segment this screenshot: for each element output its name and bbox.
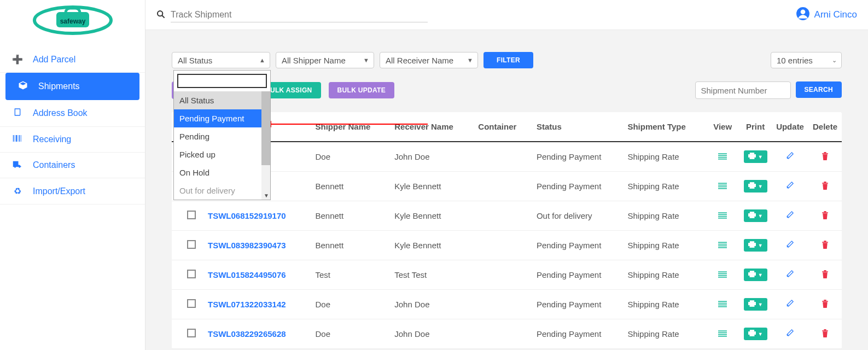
shipment-number-link[interactable]: TSWL038229265628 bbox=[203, 319, 311, 349]
edit-icon[interactable] bbox=[786, 152, 794, 161]
select-value: 10 entries bbox=[777, 56, 813, 65]
user-menu[interactable]: Arni Cinco bbox=[796, 7, 857, 24]
caret-down-icon: ▼ bbox=[467, 57, 473, 63]
row-checkbox[interactable] bbox=[187, 240, 196, 249]
row-checkbox[interactable] bbox=[187, 211, 196, 219]
col-type[interactable]: Shipment Type bbox=[623, 112, 706, 142]
print-button[interactable]: ▼ bbox=[744, 239, 767, 252]
status-select[interactable]: All Status ▲ bbox=[172, 52, 270, 68]
trash-icon[interactable] bbox=[822, 212, 829, 221]
nav-address-book[interactable]: Address Book bbox=[0, 100, 145, 127]
cell-shipper: Doe bbox=[311, 319, 390, 349]
edit-icon[interactable] bbox=[786, 300, 794, 309]
cell-shipper: Bennett bbox=[311, 201, 390, 231]
col-print: Print bbox=[739, 112, 772, 142]
svg-rect-15 bbox=[718, 155, 727, 156]
trash-icon[interactable] bbox=[822, 153, 829, 162]
dropdown-option[interactable]: Pending bbox=[174, 127, 270, 145]
svg-rect-25 bbox=[718, 186, 727, 187]
print-button[interactable]: ▼ bbox=[744, 328, 767, 340]
nav-label: Address Book bbox=[33, 108, 88, 118]
shipment-number-input[interactable] bbox=[695, 81, 791, 99]
trash-icon[interactable] bbox=[822, 271, 829, 280]
cell-status: Pending Payment bbox=[532, 260, 624, 290]
row-checkbox[interactable] bbox=[187, 329, 196, 337]
col-receiver[interactable]: Receiver Name bbox=[390, 112, 474, 142]
receiver-select[interactable]: All Receiver Name ▼ bbox=[380, 52, 478, 68]
filter-button[interactable]: FILTER bbox=[483, 52, 533, 68]
scrollbar-thumb[interactable] bbox=[261, 91, 270, 165]
edit-icon[interactable] bbox=[786, 211, 794, 220]
select-value: All Shipper Name bbox=[282, 56, 346, 65]
view-icon[interactable] bbox=[718, 182, 727, 191]
track-input[interactable] bbox=[171, 8, 428, 22]
edit-icon[interactable] bbox=[786, 329, 794, 339]
view-icon[interactable] bbox=[718, 329, 727, 339]
edit-icon[interactable] bbox=[786, 182, 794, 191]
shipment-search: SEARCH bbox=[695, 81, 842, 99]
caret-down-icon: ▼ bbox=[758, 154, 763, 160]
cell-container bbox=[474, 290, 532, 319]
col-container[interactable]: Container bbox=[474, 112, 532, 142]
cell-receiver: Kyle Bennett bbox=[390, 201, 474, 231]
print-button[interactable]: ▼ bbox=[744, 180, 767, 192]
cell-shipper: Doe bbox=[311, 290, 390, 319]
caret-down-icon: ▼ bbox=[758, 272, 763, 278]
edit-icon[interactable] bbox=[786, 270, 794, 279]
edit-icon[interactable] bbox=[786, 241, 794, 250]
svg-rect-34 bbox=[718, 215, 727, 217]
caret-down-icon: ▼ bbox=[758, 184, 763, 189]
dropdown-option[interactable]: Out for delivery bbox=[174, 182, 270, 200]
shipment-number-link[interactable]: TSWL071322033142 bbox=[203, 290, 311, 319]
table-row: 1925555DoeJohn DoePending PaymentShippin… bbox=[172, 142, 842, 172]
cell-status: Pending Payment bbox=[532, 319, 624, 349]
shipment-number-link[interactable]: TSWL068152919170 bbox=[203, 201, 311, 231]
print-button[interactable]: ▼ bbox=[744, 150, 767, 163]
row-checkbox[interactable] bbox=[187, 299, 196, 308]
nav-shipments[interactable]: Shipments bbox=[5, 73, 139, 100]
svg-rect-44 bbox=[718, 247, 727, 248]
shipment-number-link[interactable]: TSWL015824495076 bbox=[203, 260, 311, 290]
shipment-number-link[interactable]: TSWL083982390473 bbox=[203, 231, 311, 260]
dropdown-option[interactable]: Picked up bbox=[174, 145, 270, 164]
print-button[interactable]: ▼ bbox=[744, 269, 767, 281]
dropdown-search-input[interactable] bbox=[177, 74, 267, 88]
search-button[interactable]: SEARCH bbox=[796, 81, 842, 98]
col-shipper[interactable]: Shipper Name bbox=[311, 112, 390, 142]
entries-select[interactable]: 10 entries ⌄ bbox=[771, 52, 842, 68]
bulk-update-button[interactable]: BULK UPDATE bbox=[329, 82, 394, 98]
svg-rect-23 bbox=[718, 183, 727, 184]
view-icon[interactable] bbox=[718, 270, 727, 279]
trash-icon[interactable] bbox=[822, 300, 829, 310]
svg-rect-7 bbox=[18, 135, 19, 142]
dropdown-scrollbar[interactable]: ▼ bbox=[261, 91, 270, 200]
nav-add-parcel[interactable]: ➕ Add Parcel bbox=[0, 46, 145, 73]
box-icon bbox=[18, 80, 28, 92]
svg-point-10 bbox=[158, 11, 162, 16]
dropdown-option[interactable]: Pending Payment bbox=[174, 109, 270, 127]
svg-rect-4 bbox=[13, 135, 14, 142]
trash-icon[interactable] bbox=[822, 241, 829, 250]
row-checkbox[interactable] bbox=[187, 270, 196, 278]
svg-rect-63 bbox=[750, 300, 754, 302]
view-icon[interactable] bbox=[718, 211, 727, 220]
trash-icon[interactable] bbox=[822, 330, 829, 339]
view-icon[interactable] bbox=[718, 300, 727, 309]
dropdown-option[interactable]: On Hold bbox=[174, 164, 270, 182]
shipper-select[interactable]: All Shipper Name ▼ bbox=[276, 52, 374, 68]
dropdown-option[interactable]: All Status bbox=[174, 91, 270, 109]
nav-receiving[interactable]: Receiving bbox=[0, 127, 145, 153]
nav-containers[interactable]: Containers bbox=[0, 153, 145, 178]
svg-rect-18 bbox=[750, 153, 754, 154]
col-status[interactable]: Status bbox=[532, 112, 624, 142]
print-button[interactable]: ▼ bbox=[744, 298, 767, 311]
view-icon[interactable] bbox=[718, 152, 727, 161]
chevron-down-icon: ⌄ bbox=[832, 57, 837, 64]
print-button[interactable]: ▼ bbox=[744, 209, 767, 222]
svg-rect-17 bbox=[718, 159, 727, 160]
view-icon[interactable] bbox=[718, 241, 727, 250]
cell-type: Shipping Rate bbox=[623, 290, 706, 319]
nav-import-export[interactable]: ♻ Import/Export bbox=[0, 178, 145, 205]
cell-type: Shipping Rate bbox=[623, 142, 706, 172]
trash-icon[interactable] bbox=[822, 182, 829, 191]
